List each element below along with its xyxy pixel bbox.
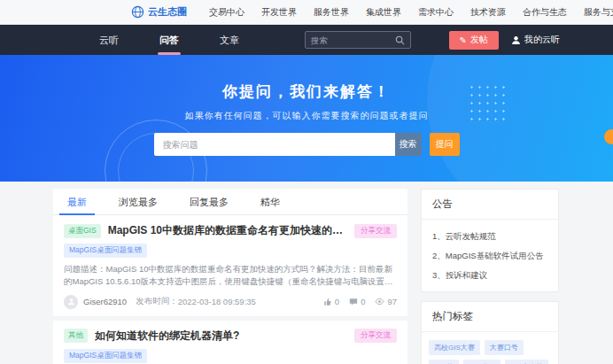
category-badge: 桌面GIS bbox=[64, 224, 101, 238]
hot-tags-cloud: 高校GIS大赛 大赛口号 GIS梦 GIS难题 GIS大会战 复工复产 空间建模… bbox=[422, 332, 558, 364]
question-card[interactable]: 桌面GIS MapGIS 10中数据库的数据重命名有更加快速的方式吗? 分享交流… bbox=[53, 215, 407, 316]
comment-count: 0 bbox=[361, 297, 365, 306]
hot-tags-title: 热门标签 bbox=[422, 302, 558, 332]
topnav-item-cooperation[interactable]: 合作与生态 bbox=[523, 6, 567, 19]
share-badge[interactable]: 分享交流 bbox=[354, 329, 397, 343]
announcement-item[interactable]: 3、投诉和建议 bbox=[432, 270, 547, 282]
category-badge: 其他 bbox=[64, 329, 88, 343]
brand-logo[interactable]: 云生态圈 bbox=[131, 5, 187, 19]
question-description: 问题描述：MapGIS 10中数据库的数据重命名有更加快速的方式吗？解决方法：目… bbox=[64, 263, 397, 289]
tab-featured[interactable]: 精华 bbox=[260, 189, 280, 215]
tab-most-replied[interactable]: 回复最多 bbox=[190, 189, 229, 215]
sidebar: 公告 1、云听发帖规范 2、MapGIS基础软件试用公告 3、投诉和建议 热门标… bbox=[421, 189, 559, 364]
view-stat: 97 bbox=[375, 297, 397, 306]
question-header: 其他 如何知道软件的绑定机器清单? 分享交流 bbox=[64, 329, 397, 344]
topnav-item-resources[interactable]: 技术资源 bbox=[470, 6, 506, 19]
brand-name: 云生态圈 bbox=[148, 5, 187, 19]
user-icon bbox=[511, 35, 521, 45]
new-post-button[interactable]: ✎ 发帖 bbox=[449, 31, 499, 50]
forum-nav-bar: 云听 问答 文章 ✎ 发帖 我的云听 bbox=[0, 25, 613, 55]
page-content: 最新 浏览最多 回复最多 精华 桌面GIS MapGIS 10中数据库的数据重命… bbox=[0, 182, 613, 364]
new-post-label: 发帖 bbox=[470, 34, 488, 46]
nav-search-box[interactable] bbox=[305, 31, 411, 49]
sort-tabs: 最新 浏览最多 回复最多 精华 bbox=[53, 189, 407, 215]
question-list-column: 最新 浏览最多 回复最多 精华 桌面GIS MapGIS 10中数据库的数据重命… bbox=[53, 189, 407, 364]
share-badge[interactable]: 分享交流 bbox=[354, 224, 397, 238]
question-title[interactable]: 如何知道软件的绑定机器清单? bbox=[95, 329, 347, 344]
globe-logo-icon bbox=[131, 5, 144, 19]
topnav-item-trade[interactable]: 交易中心 bbox=[209, 6, 244, 19]
tab-latest[interactable]: 最新 bbox=[67, 189, 87, 215]
hot-tag[interactable]: GIS大会战 bbox=[505, 360, 549, 364]
avatar bbox=[64, 295, 78, 309]
hot-tags-card: 热门标签 高校GIS大赛 大赛口号 GIS梦 GIS难题 GIS大会战 复工复产… bbox=[421, 301, 559, 364]
hero-banner: 你提问，我们来解答！ 如果你有任何问题，可以输入你需要搜索的问题或者提问 搜索 … bbox=[0, 55, 613, 182]
question-title[interactable]: MapGIS 10中数据库的数据重命名有更加快速的方式吗? bbox=[108, 223, 347, 238]
hot-tag[interactable]: GIS梦 bbox=[429, 360, 459, 364]
topic-tag[interactable]: MapGIS桌面问题集锦 bbox=[64, 349, 147, 363]
question-search-input[interactable] bbox=[154, 133, 395, 156]
author-name[interactable]: Giser62910 bbox=[83, 297, 127, 306]
nav-tab-yunting[interactable]: 云听 bbox=[99, 25, 119, 55]
ask-question-button[interactable]: 提问 bbox=[430, 133, 460, 156]
question-card[interactable]: 其他 如何知道软件的绑定机器清单? 分享交流 MapGIS桌面问题集锦 问题描述… bbox=[53, 321, 407, 364]
topnav-item-develop[interactable]: 开发世界 bbox=[261, 6, 297, 19]
like-stat[interactable]: 0 bbox=[323, 297, 339, 306]
posted-label: 发布时间： bbox=[136, 296, 178, 307]
nav-tab-articles[interactable]: 文章 bbox=[220, 25, 239, 55]
topic-tag[interactable]: MapGIS桌面问题集锦 bbox=[64, 244, 147, 258]
hero-title: 你提问，我们来解答！ bbox=[0, 81, 613, 102]
comment-icon bbox=[349, 298, 358, 306]
like-count: 0 bbox=[335, 297, 339, 306]
hot-tag[interactable]: 高校GIS大赛 bbox=[429, 340, 480, 355]
hero-search-area: 搜索 提问 bbox=[0, 133, 613, 156]
tab-most-viewed[interactable]: 浏览最多 bbox=[119, 189, 158, 215]
topnav-item-support[interactable]: 服务与支持 bbox=[584, 6, 613, 19]
announcement-item[interactable]: 2、MapGIS基础软件试用公告 bbox=[432, 251, 547, 262]
top-utility-bar: 云生态圈 交易中心 开发世界 服务世界 集成世界 需求中心 技术资源 合作与生态… bbox=[0, 0, 613, 25]
hot-tag[interactable]: GIS难题 bbox=[463, 360, 500, 364]
eye-icon bbox=[375, 297, 384, 306]
announcements-list: 1、云听发帖规范 2、MapGIS基础软件试用公告 3、投诉和建议 bbox=[422, 220, 558, 291]
question-meta: Giser62910 发布时间： 2022-03-18 09:59:35 0 bbox=[64, 295, 397, 309]
topnav-item-service[interactable]: 服务世界 bbox=[314, 6, 349, 19]
announcement-item[interactable]: 1、云听发帖规范 bbox=[432, 231, 547, 243]
view-count: 97 bbox=[387, 297, 397, 306]
my-space-link[interactable]: 我的云听 bbox=[511, 34, 560, 46]
topnav-item-integrate[interactable]: 集成世界 bbox=[366, 6, 401, 19]
question-header: 桌面GIS MapGIS 10中数据库的数据重命名有更加快速的方式吗? 分享交流 bbox=[64, 223, 397, 238]
nav-tab-qa[interactable]: 问答 bbox=[159, 25, 179, 55]
nav-search-input[interactable] bbox=[311, 35, 395, 45]
hot-tag[interactable]: 大赛口号 bbox=[485, 340, 524, 355]
my-space-label: 我的云听 bbox=[524, 34, 560, 46]
topnav-item-demand[interactable]: 需求中心 bbox=[418, 6, 454, 19]
thumbs-up-icon bbox=[323, 298, 332, 306]
hero-subtitle: 如果你有任何问题，可以输入你需要搜索的问题或者提问 bbox=[0, 110, 613, 122]
question-stats: 0 0 bbox=[323, 297, 397, 306]
posted-time: 2022-03-18 09:59:35 bbox=[178, 297, 256, 306]
comment-stat[interactable]: 0 bbox=[349, 297, 365, 306]
pencil-icon: ✎ bbox=[460, 35, 467, 45]
announcements-card: 公告 1、云听发帖规范 2、MapGIS基础软件试用公告 3、投诉和建议 bbox=[421, 189, 559, 292]
announcements-title: 公告 bbox=[422, 190, 558, 220]
search-icon[interactable] bbox=[395, 35, 405, 45]
hero-search-button[interactable]: 搜索 bbox=[395, 133, 422, 156]
